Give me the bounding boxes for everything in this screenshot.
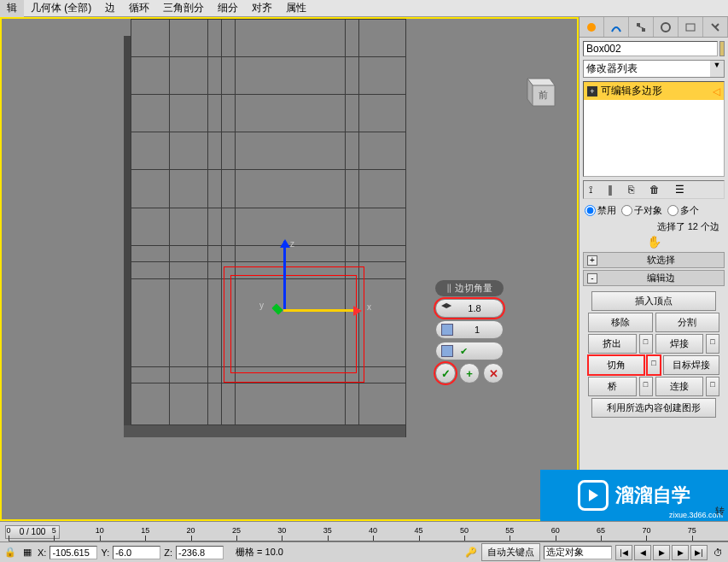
key-filter-input[interactable]	[544, 546, 612, 559]
svg-rect-6	[642, 28, 645, 32]
caddy-apply-button[interactable]: +	[459, 363, 480, 383]
remove-button[interactable]: 移除	[588, 313, 653, 332]
rollout-edit-edges[interactable]: - 编辑边	[583, 270, 725, 286]
command-panel-tabs	[579, 17, 728, 38]
chamfer-amount-value[interactable]: 1.8	[451, 303, 498, 313]
playback-controls: |◀ ◀ ▶ ▶ ▶|	[615, 545, 708, 560]
svg-rect-9	[686, 24, 695, 31]
lock-icon[interactable]: 🔒	[3, 546, 17, 559]
radio-multiple[interactable]: 多个	[667, 204, 699, 217]
play-button[interactable]: ▶	[653, 545, 670, 560]
connect-button[interactable]: 连接	[655, 377, 704, 396]
tab-utilities[interactable]	[703, 17, 728, 37]
remove-modifier-icon[interactable]: 🗑	[649, 184, 660, 196]
svg-point-4	[587, 23, 596, 32]
expand-icon[interactable]: +	[587, 86, 597, 97]
svg-line-7	[638, 26, 644, 28]
goto-end-button[interactable]: ▶|	[690, 545, 708, 560]
make-unique-icon[interactable]: ⎘	[628, 184, 634, 196]
connect-settings-button[interactable]: □	[706, 377, 719, 396]
chamfer-segments-value[interactable]: 1	[457, 325, 498, 335]
chamfer-segments-field[interactable]: 1	[435, 320, 504, 339]
grid-label: 栅格 = 10.0	[236, 546, 283, 559]
chamfer-button[interactable]: 切角	[588, 355, 644, 375]
split-button[interactable]: 分割	[655, 313, 720, 332]
tab-hierarchy[interactable]	[629, 17, 654, 37]
prev-frame-button[interactable]: ◀	[634, 545, 651, 560]
timeline-ruler[interactable]: 051015202530354045505560657075	[9, 523, 728, 542]
tab-motion[interactable]	[654, 17, 678, 37]
bridge-settings-button[interactable]: □	[639, 377, 653, 396]
watermark-logo-icon	[578, 480, 609, 511]
menu-align[interactable]: 对齐	[245, 0, 279, 17]
bridge-button[interactable]: 桥	[588, 377, 637, 396]
rollout-soft-selection[interactable]: + 软选择	[583, 252, 725, 268]
tab-modify[interactable]	[604, 17, 629, 37]
object-name-input[interactable]	[583, 41, 718, 56]
menu-loop[interactable]: 循环	[122, 0, 156, 17]
status-bar: 🔒 ▦ X: Y: Z: 栅格 = 10.0 🔑 自动关键点 |◀ ◀ ▶ ▶ …	[0, 542, 728, 562]
spinner-icon[interactable]: ◀▶	[441, 302, 451, 314]
goto-start-button[interactable]: |◀	[615, 545, 632, 560]
radio-disable[interactable]: 禁用	[585, 204, 616, 217]
timeline[interactable]: 0 / 100 051015202530354045505560657075	[0, 521, 728, 542]
modifier-list-label: 修改器列表	[584, 61, 710, 77]
segments-icon	[441, 324, 453, 336]
caddy-title: ‖ 边切角量	[435, 280, 504, 296]
x-coord-input[interactable]	[50, 546, 97, 559]
option-a-icon[interactable]	[441, 345, 453, 357]
caddy-cancel-button[interactable]: ✕	[483, 363, 504, 383]
edge-selection-inner	[230, 275, 357, 373]
menu-edge[interactable]: 边	[98, 0, 122, 17]
svg-text:前: 前	[539, 90, 548, 100]
menu-edit[interactable]: 辑	[0, 0, 24, 17]
configure-icon[interactable]: ☰	[675, 184, 684, 196]
modifier-list-dropdown[interactable]: 修改器列表 ▼	[583, 60, 725, 78]
menu-triangulate[interactable]: 三角剖分	[156, 0, 211, 17]
rotate-label: 转	[715, 505, 725, 518]
caddy-ok-button[interactable]: ✓	[435, 363, 456, 383]
selection-lock-icon[interactable]: ▦	[20, 546, 34, 559]
next-frame-button[interactable]: ▶	[672, 545, 689, 560]
expand-plus-icon: +	[587, 255, 597, 266]
menu-geometry[interactable]: 几何体 (全部)	[24, 0, 98, 17]
menu-properties[interactable]: 属性	[279, 0, 313, 17]
pin-stack-icon[interactable]: ⟟	[589, 184, 592, 196]
y-coord-input[interactable]	[113, 546, 160, 559]
option-check-icon[interactable]: ✔	[460, 346, 468, 357]
tab-display[interactable]	[678, 17, 703, 37]
extrude-button[interactable]: 挤出	[588, 334, 637, 354]
x-label: X:	[38, 547, 46, 558]
weld-button[interactable]: 焊接	[655, 334, 704, 354]
watermark: 溜溜自学 zixue.3d66.com	[540, 470, 728, 521]
chamfer-options-row[interactable]: ✔	[435, 342, 504, 360]
top-menu: 辑 几何体 (全部) 边 循环 三角剖分 细分 对齐 属性	[0, 0, 728, 17]
chamfer-amount-field[interactable]: ◀▶ 1.8	[435, 299, 504, 318]
radio-subobject[interactable]: 子对象	[621, 204, 662, 217]
stack-item-editable-poly[interactable]: + 可编辑多边形 ◁	[584, 82, 724, 100]
auto-key-button[interactable]: 自动关键点	[481, 543, 540, 561]
viewport[interactable]: z x y 前 ‖ 边切角量 ◀▶ 1.8 1	[0, 17, 579, 521]
target-weld-button[interactable]: 目标焊接	[663, 355, 719, 375]
insert-vertex-button[interactable]: 插入顶点	[591, 291, 716, 311]
tab-create[interactable]	[579, 17, 604, 37]
stack-item-label: 可编辑多边形	[601, 84, 662, 98]
chevron-down-icon: ▼	[710, 61, 724, 77]
stack-item-vertex-icon[interactable]: ◁	[713, 85, 720, 97]
modifier-stack[interactable]: + 可编辑多边形 ◁	[583, 81, 725, 177]
key-icon[interactable]: 🔑	[464, 546, 478, 559]
weld-settings-button[interactable]: □	[706, 334, 719, 354]
svg-marker-10	[589, 489, 598, 501]
selection-mode-radios: 禁用 子对象 多个	[585, 202, 723, 219]
show-end-result-icon[interactable]: ‖	[608, 184, 613, 196]
svg-point-8	[661, 23, 670, 32]
z-coord-input[interactable]	[176, 546, 224, 559]
view-cube[interactable]: 前	[517, 68, 560, 111]
chamfer-settings-button[interactable]: □	[647, 355, 661, 375]
stack-tools: ⟟ ‖ ⎘ 🗑 ☰	[583, 180, 725, 199]
create-shape-button[interactable]: 利用所选内容创建图形	[591, 398, 716, 418]
time-config-icon[interactable]: ⏱	[711, 546, 725, 559]
menu-subdivide[interactable]: 细分	[211, 0, 245, 17]
extrude-settings-button[interactable]: □	[639, 334, 653, 354]
object-color-swatch[interactable]	[719, 41, 725, 56]
